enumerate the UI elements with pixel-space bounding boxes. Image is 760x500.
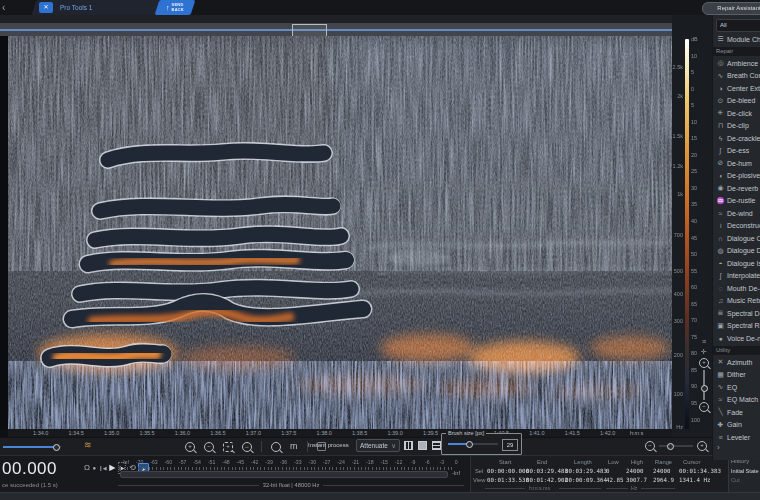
time-unit: h:m:s.ms (529, 485, 550, 491)
frequency-tick-label: 1.5k (673, 133, 683, 139)
spectrogram-settings-button[interactable]: ≋ (84, 440, 92, 450)
time-tick-label: 1:34.5 (58, 429, 93, 437)
vertical-zoom-slider[interactable] (703, 370, 705, 400)
zoom-out-button[interactable]: − (204, 442, 214, 452)
module-filter-dropdown[interactable]: All (716, 19, 760, 32)
brush-size-slider[interactable] (448, 443, 498, 445)
move-crosshair-icon[interactable]: ✛ (701, 348, 707, 356)
module-item[interactable]: ✳ De-click (713, 107, 760, 120)
overview-view-thumb[interactable] (292, 24, 327, 37)
meter-tick-label: -24 (334, 459, 348, 465)
colorbar-tick-label: 40 (691, 218, 711, 235)
spectrogram-blend-slider[interactable] (3, 446, 61, 448)
process-mode-dropdown[interactable]: Attenuate ∨ (356, 439, 400, 452)
meter-tick-label: -12 (391, 459, 405, 465)
spectral-selection[interactable] (88, 258, 346, 264)
module-item[interactable]: ◍ Dialogue De-reverb (713, 245, 760, 258)
module-icon: ✕ (716, 358, 725, 366)
module-label: Dither (727, 371, 746, 378)
module-chain-label: Module Chain (727, 36, 760, 43)
module-item[interactable]: ϟ De-crackle (713, 132, 760, 145)
spectral-selection[interactable] (72, 302, 363, 321)
module-item[interactable]: ≈ De-wind (713, 207, 760, 220)
frequency-selection-tool[interactable] (432, 441, 441, 450)
module-item[interactable]: ∩ Dialogue Contour (713, 232, 760, 245)
module-item[interactable]: ≀ Deconstruct (713, 220, 760, 233)
time-unit-label: h:m:s (630, 429, 643, 437)
module-item[interactable]: ∿ EQ (713, 381, 760, 394)
record-button[interactable]: ● (92, 463, 96, 473)
module-item[interactable]: ʃ Interpolate (713, 270, 760, 283)
spectral-selection[interactable] (50, 353, 163, 358)
play-button[interactable]: ▶ (109, 463, 115, 473)
go-to-start-button[interactable]: ❙◀ (99, 463, 107, 473)
sidebar-item-module-chain[interactable]: ☰ Module Chain (713, 33, 760, 46)
horizontal-zoom-out-button[interactable]: − (645, 441, 655, 451)
module-item[interactable]: ✕ Azimuth (713, 356, 760, 369)
module-label: De-click (727, 110, 752, 117)
colorbar-tick-label: 70 (691, 317, 711, 334)
module-item[interactable]: ╲ Fade (713, 406, 760, 419)
send-back-button[interactable]: ↑ SEND BACK (155, 0, 196, 15)
module-icon: ⊙ (716, 97, 725, 105)
colorbar-tick-label: 65 (691, 301, 711, 318)
section-header-utility: Utility (713, 346, 760, 355)
monitor-icon[interactable]: Ω (84, 463, 90, 473)
module-label: EQ Match (727, 396, 758, 403)
vertical-zoom-in-icon[interactable]: + (699, 358, 709, 368)
grab-hand-tool[interactable]: ɯ (290, 442, 298, 451)
module-item[interactable]: ≡ Leveler (713, 431, 760, 444)
spectral-selection[interactable] (100, 204, 333, 211)
spectrogram-canvas[interactable] (8, 36, 672, 430)
spectral-selection[interactable] (95, 234, 341, 240)
horizontal-zoom-in-button[interactable]: + (697, 441, 707, 451)
module-icon: ◖ (716, 172, 725, 179)
module-item[interactable]: ◓ Dialogue Isolate (713, 257, 760, 270)
module-item[interactable]: ⊙ De-bleed (713, 95, 760, 108)
history-item-previous[interactable]: Cut (731, 477, 740, 483)
time-ruler[interactable]: 1:34.01:34.51:35.01:35.51:36.01:36.51:37… (8, 429, 672, 437)
meter-tick-label: -21 (348, 459, 362, 465)
zoom-fit-button[interactable]: ↔ (242, 442, 252, 452)
module-item[interactable]: ≣ Spectral De-noise (713, 307, 760, 320)
module-item[interactable]: ♒ De-rustle (713, 195, 760, 208)
meter-tick-label: -27 (319, 459, 333, 465)
tab-pro-tools-1[interactable]: ✕ Pro Tools 1 (32, 0, 163, 15)
time-selection-tool[interactable] (404, 441, 413, 450)
module-item[interactable]: ⊘ De-hum (713, 157, 760, 170)
module-item[interactable]: ▣ Spectral Repair (713, 320, 760, 333)
module-item[interactable]: ♫ Music Rebalance (713, 295, 760, 308)
spectral-selection[interactable] (80, 288, 351, 294)
module-item[interactable]: ⊓ De-clip (713, 120, 760, 133)
module-item[interactable]: ∿ Breath Control (713, 70, 760, 83)
zoom-in-button[interactable]: + (185, 442, 195, 452)
time-frequency-selection-tool[interactable] (418, 441, 427, 450)
module-item[interactable]: ∫ De-ess (713, 145, 760, 158)
sel-end: 00:03:29.483 (526, 468, 568, 474)
module-icon: ∫ (716, 147, 725, 154)
vertical-zoom-out-icon[interactable]: − (699, 402, 709, 412)
horizontal-zoom-slider[interactable] (659, 445, 693, 447)
module-item[interactable]: ≈ EQ Match (713, 394, 760, 407)
view-range: 2964.9 (653, 477, 674, 483)
spectral-selections[interactable] (8, 36, 672, 430)
history-item-current[interactable]: Initial State (731, 468, 759, 474)
spectral-selection[interactable] (108, 151, 324, 160)
module-item[interactable]: ◌ Mouth De-click (713, 282, 760, 295)
module-item[interactable]: ◖ De-plosive (713, 170, 760, 183)
tab-close-icon[interactable]: ✕ (39, 2, 53, 13)
module-item[interactable]: ▦ Dither (713, 369, 760, 382)
zoom-selection-button[interactable]: + (223, 442, 233, 452)
meter-tick-label: -57 (176, 459, 190, 465)
module-item[interactable]: ◎ Ambience Match (713, 57, 760, 70)
sidebar-expand-icon[interactable]: › (717, 443, 720, 452)
magnify-tool[interactable] (271, 442, 281, 452)
module-icon: ◓ (716, 260, 725, 267)
repair-assistant-button[interactable]: Repair Assistant (702, 2, 760, 15)
module-item[interactable]: ✚ Gain (713, 419, 760, 432)
spectrogram-settings-icon[interactable]: ≡ (702, 338, 706, 346)
module-item[interactable]: ◑ Center Extract (713, 82, 760, 95)
back-icon[interactable]: ‹ (2, 1, 5, 14)
module-item[interactable]: ● Voice De-noise (713, 332, 760, 345)
module-item[interactable]: ◉ De-reverb (713, 182, 760, 195)
